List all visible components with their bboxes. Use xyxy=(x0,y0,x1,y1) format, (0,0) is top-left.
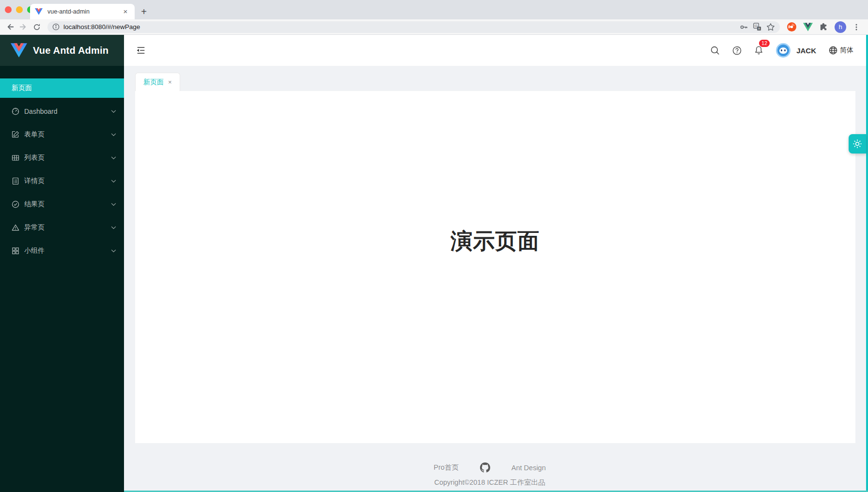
reload-icon[interactable] xyxy=(30,20,44,34)
extensions-puzzle-icon[interactable] xyxy=(819,22,828,31)
vue-devtools-icon[interactable] xyxy=(803,23,813,31)
app-root: Vue Antd Admin 新页面 Dashboard 表单页 xyxy=(0,35,868,492)
chevron-down-icon xyxy=(111,249,116,253)
user-avatar[interactable] xyxy=(776,43,790,58)
globe-icon xyxy=(829,46,837,55)
browser-tab-strip: vue-antd-admin × + xyxy=(0,0,868,19)
vue-logo-icon xyxy=(11,43,27,58)
tab-close-button[interactable]: × xyxy=(121,7,130,16)
extensions-area: h xyxy=(787,21,866,33)
footer-link-pro-home[interactable]: Pro首页 xyxy=(434,463,459,472)
orange-extension-icon[interactable] xyxy=(787,22,797,32)
window-controls xyxy=(5,6,34,13)
table-icon xyxy=(12,154,19,162)
username[interactable]: JACK xyxy=(796,46,816,55)
chevron-down-icon xyxy=(111,110,116,113)
language-label: 简体 xyxy=(840,46,853,55)
sidebar-item-label: 新页面 xyxy=(12,84,116,92)
question-circle-icon[interactable] xyxy=(732,46,742,55)
logo[interactable]: Vue Antd Admin xyxy=(0,35,124,66)
sidebar-item-result[interactable]: 结果页 xyxy=(0,195,124,214)
github-icon[interactable] xyxy=(480,462,490,473)
browser-profile-avatar[interactable]: h xyxy=(835,21,846,33)
app-title: Vue Antd Admin xyxy=(33,45,108,56)
gear-icon xyxy=(852,138,863,149)
browser-tab-title: vue-antd-admin xyxy=(47,8,121,15)
sidebar-item-label: 异常页 xyxy=(24,223,111,232)
bell-icon xyxy=(754,46,763,55)
screen: vue-antd-admin × + localhost:8080/#/newP… xyxy=(0,0,868,492)
site-info-icon[interactable] xyxy=(52,23,60,31)
page-tab-new-page[interactable]: 新页面 × xyxy=(135,73,180,91)
chevron-down-icon xyxy=(111,203,116,206)
new-tab-button[interactable]: + xyxy=(138,6,150,18)
sidebar-menu: 新页面 Dashboard 表单页 列表页 xyxy=(0,66,124,261)
menu-fold-icon[interactable] xyxy=(136,45,146,56)
url-text[interactable]: localhost:8080/#/newPage xyxy=(63,23,735,31)
sidebar-item-new-page[interactable]: 新页面 xyxy=(0,78,124,98)
content-card: 演示页面 xyxy=(135,91,855,443)
page-tab-label: 新页面 xyxy=(143,78,164,87)
app-header: 12 JACK 简体 xyxy=(124,35,868,66)
chevron-down-icon xyxy=(111,156,116,160)
sidebar-item-label: Dashboard xyxy=(24,108,111,115)
page-footer: Pro首页 Ant Design Copyright©2018 ICZER 工作… xyxy=(124,443,868,492)
page-title: 演示页面 xyxy=(135,227,855,256)
chevron-down-icon xyxy=(111,133,116,137)
warning-icon xyxy=(12,224,19,231)
chevron-down-icon xyxy=(111,226,116,230)
footer-link-ant-design[interactable]: Ant Design xyxy=(512,464,546,472)
header-actions: 12 JACK 简体 xyxy=(711,43,853,58)
footer-links: Pro首页 Ant Design xyxy=(124,462,855,473)
sidebar-item-detail[interactable]: 详情页 xyxy=(0,171,124,191)
profile-icon xyxy=(12,177,19,185)
browser-toolbar: localhost:8080/#/newPage GA h xyxy=(0,19,868,35)
sidebar-item-label: 表单页 xyxy=(24,130,111,139)
sidebar-item-dashboard[interactable]: Dashboard xyxy=(0,102,124,121)
form-icon xyxy=(12,131,19,138)
bookmark-star-icon[interactable] xyxy=(766,23,775,31)
page-tab-bar: 新页面 × xyxy=(124,66,868,91)
settings-button[interactable] xyxy=(849,134,866,154)
overflow-menu-icon[interactable] xyxy=(852,23,860,31)
page-tab-close-icon[interactable]: × xyxy=(168,78,172,86)
sidebar: Vue Antd Admin 新页面 Dashboard 表单页 xyxy=(0,35,124,492)
forward-icon[interactable] xyxy=(16,20,30,34)
appstore-icon xyxy=(12,247,19,255)
sidebar-item-list[interactable]: 列表页 xyxy=(0,148,124,168)
sidebar-item-form[interactable]: 表单页 xyxy=(0,125,124,144)
translate-icon[interactable]: GA xyxy=(753,23,761,31)
minimize-window-button[interactable] xyxy=(16,6,23,13)
search-icon[interactable] xyxy=(711,46,720,55)
sidebar-item-label: 详情页 xyxy=(24,177,111,185)
browser-tab[interactable]: vue-antd-admin × xyxy=(30,4,135,19)
close-window-button[interactable] xyxy=(5,6,12,13)
sidebar-item-label: 列表页 xyxy=(24,154,111,162)
sidebar-item-label: 小组件 xyxy=(24,246,111,255)
key-icon[interactable] xyxy=(740,23,748,31)
sidebar-item-exception[interactable]: 异常页 xyxy=(0,218,124,237)
language-switcher[interactable]: 简体 xyxy=(829,46,853,55)
settings-drawer-edge xyxy=(866,35,868,492)
address-bar[interactable]: localhost:8080/#/newPage GA xyxy=(47,21,780,33)
sidebar-item-label: 结果页 xyxy=(24,200,111,209)
back-icon[interactable] xyxy=(3,20,16,34)
check-circle-icon xyxy=(12,200,19,208)
chevron-down-icon xyxy=(111,180,116,183)
vue-favicon-icon xyxy=(35,8,43,15)
copyright-text: Copyright©2018 ICZER 工作室出品 xyxy=(124,478,855,487)
notification-bell[interactable]: 12 xyxy=(754,46,763,55)
dashboard-icon xyxy=(12,108,19,115)
notification-badge: 12 xyxy=(759,40,770,47)
sidebar-item-widgets[interactable]: 小组件 xyxy=(0,241,124,261)
